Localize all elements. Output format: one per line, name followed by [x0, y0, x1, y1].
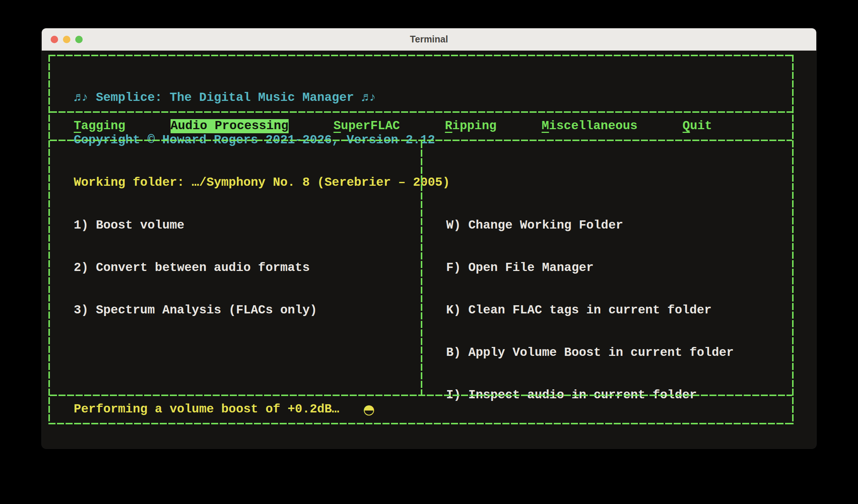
- menu-item-tagging[interactable]: Tagging: [74, 119, 125, 133]
- menu-item-superflac[interactable]: SuperFLAC: [334, 119, 400, 133]
- frame-border-bottom: [48, 423, 794, 424]
- menu-hotkey: S: [334, 119, 341, 133]
- menu-item-miscellaneous[interactable]: Miscellaneous: [541, 119, 637, 133]
- frame-border-top: [48, 55, 794, 56]
- menu-label: uit: [690, 119, 712, 133]
- menu-label: ipping: [452, 119, 497, 133]
- content-panels: 1) Boost volume 2) Convert between audio…: [50, 141, 792, 395]
- menu-label: iscellaneous: [549, 119, 638, 133]
- right-panel-option-f[interactable]: F) Open File Manager: [446, 261, 792, 275]
- menu-item-quit[interactable]: Quit: [683, 119, 712, 133]
- close-button[interactable]: [51, 36, 58, 43]
- right-panel: W) Change Working Folder F) Open File Ma…: [422, 141, 792, 395]
- right-panel-option-b[interactable]: B) Apply Volume Boost in current folder: [446, 346, 792, 360]
- menu-hotkey: T: [74, 119, 81, 133]
- left-panel-option-3[interactable]: 3) Spectrum Analysis (FLACs only): [74, 303, 421, 318]
- right-panel-option-k[interactable]: K) Clean FLAC tags in current folder: [446, 303, 792, 318]
- app-title-line: ♬♪ Semplice: The Digital Music Manager ♬…: [74, 91, 792, 105]
- spinner-icon: ◓: [363, 403, 375, 416]
- left-panel-option-2[interactable]: 2) Convert between audio formats: [74, 261, 421, 275]
- right-panel-option-w[interactable]: W) Change Working Folder: [446, 218, 792, 233]
- terminal-window: Terminal ♬♪ Semplice: The Digital Music …: [42, 28, 816, 449]
- menu-label: uperFLAC: [341, 119, 400, 133]
- status-bar: Performing a volume boost of +0.2dB… ◓: [50, 396, 792, 423]
- app-header: ♬♪ Semplice: The Digital Music Manager ♬…: [50, 56, 792, 111]
- menu-hotkey: Q: [683, 119, 690, 133]
- zoom-button[interactable]: [75, 36, 83, 43]
- status-text: Performing a volume boost of +0.2dB…: [74, 402, 339, 417]
- tui-frame: ♬♪ Semplice: The Digital Music Manager ♬…: [48, 55, 794, 424]
- frame-border-left: [48, 55, 50, 424]
- menu-hotkey: M: [541, 119, 549, 133]
- menu-bar: Tagging Audio Processing SuperFLAC Rippi…: [50, 113, 792, 140]
- menu-label: udio Processing: [178, 119, 288, 133]
- window-titlebar[interactable]: Terminal: [42, 28, 816, 51]
- minimize-button[interactable]: [63, 36, 70, 43]
- left-panel-option-1[interactable]: 1) Boost volume: [74, 218, 421, 233]
- menu-item-audio-processing[interactable]: Audio Processing: [171, 119, 289, 133]
- menu-hotkey: A: [171, 119, 178, 133]
- terminal-screen[interactable]: ♬♪ Semplice: The Digital Music Manager ♬…: [42, 51, 816, 449]
- left-panel-options: 1) Boost volume 2) Convert between audio…: [74, 190, 421, 346]
- window-title: Terminal: [410, 34, 448, 45]
- menu-label: agging: [81, 119, 125, 133]
- menu-item-ripping[interactable]: Ripping: [445, 119, 497, 133]
- left-panel: 1) Boost volume 2) Convert between audio…: [50, 141, 421, 395]
- menu-hotkey: R: [445, 119, 452, 133]
- traffic-lights: [51, 28, 83, 50]
- frame-border-right: [792, 55, 794, 424]
